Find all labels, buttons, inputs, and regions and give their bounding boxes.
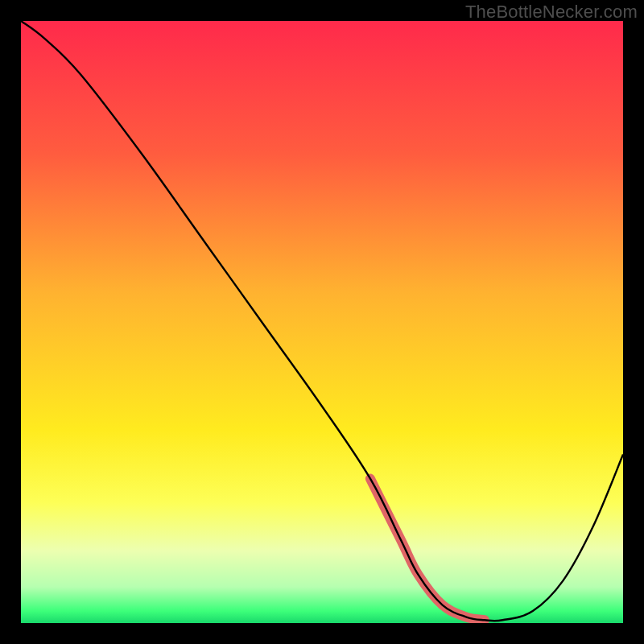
- gradient-background: [21, 21, 623, 623]
- plot-area: [21, 21, 623, 623]
- chart-container: TheBottleNecker.com: [0, 0, 644, 644]
- chart-svg: [21, 21, 623, 623]
- watermark-text: TheBottleNecker.com: [465, 2, 638, 23]
